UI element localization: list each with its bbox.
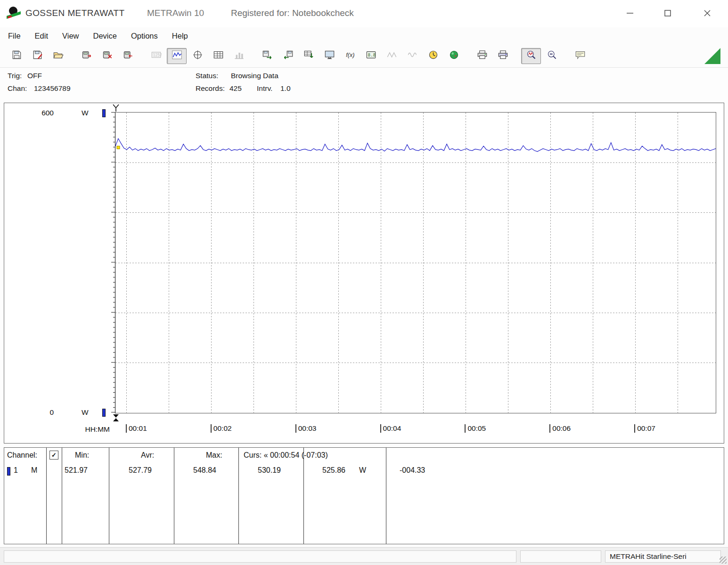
channel-min-value: 521.97 (65, 466, 88, 475)
cursor-handle-top-icon[interactable] (112, 104, 120, 112)
device-name: METRAHit Starline-Seri (605, 551, 720, 561)
menu-view[interactable]: View (55, 32, 86, 40)
view-trend-button[interactable] (167, 48, 187, 64)
status-bar: METRAHit Starline-Seri (0, 547, 728, 565)
cursor-handle-bottom-icon[interactable] (112, 414, 120, 422)
statusbar-extra-panel (520, 550, 601, 563)
save-config-button[interactable] (27, 48, 47, 64)
table-divider (109, 448, 109, 544)
menu-device[interactable]: Device (86, 32, 124, 40)
zoom-icon (547, 50, 557, 62)
y-axis-min-label: 0 (33, 408, 54, 417)
x-tick-label: 00:03 (295, 424, 317, 433)
table-divider (62, 448, 62, 544)
lcd2-icon: 8.8 (366, 50, 376, 62)
callout-button[interactable] (570, 48, 590, 64)
x-tick-label: 00:07 (634, 424, 655, 433)
note-icon (575, 50, 586, 62)
table-divider (386, 448, 386, 544)
registered-for-text: Registered for: Notebookcheck (231, 8, 354, 18)
channel-max-value: 548.84 (193, 466, 216, 475)
menu-file[interactable]: File (1, 32, 28, 40)
table-divider (46, 448, 47, 544)
open-file-button[interactable] (48, 48, 68, 64)
x-tick-label: 00:01 (126, 424, 147, 433)
zoom-out-button[interactable] (542, 48, 562, 64)
view-scope-button[interactable] (188, 48, 207, 64)
bars-icon (234, 50, 245, 62)
chart-panel: 600 W 0 W HH:MM 00:0100:0200:0300:0400:0… (4, 103, 724, 444)
import-data-button[interactable] (278, 48, 298, 64)
zoom-wave-icon (526, 50, 537, 62)
records-label: Records: (196, 84, 225, 93)
menu-edit[interactable]: Edit (28, 32, 55, 40)
header-avr: Avr: (141, 451, 154, 460)
resize-grip[interactable] (720, 557, 727, 564)
display-values-button[interactable]: 8.8 (361, 48, 381, 64)
menu-help[interactable]: Help (165, 32, 195, 40)
device-send-button[interactable] (118, 48, 138, 64)
channel-color-marker-top (102, 109, 106, 117)
y-axis-ticks (111, 112, 115, 412)
maximize-button[interactable] (657, 4, 679, 23)
fx-icon: f(x) (345, 50, 356, 62)
lcd-icon: 1257 (151, 50, 162, 62)
disk-pen-icon (32, 50, 43, 62)
printer2-icon (498, 50, 508, 62)
export-table-button[interactable] (299, 48, 319, 64)
channel-visible-checkbox[interactable]: ✓ (49, 451, 58, 460)
device-read-button[interactable] (76, 48, 96, 64)
trend-icon (172, 50, 182, 62)
gossen-metrawatt-logo-icon (7, 6, 21, 20)
resize-wedge-icon[interactable] (704, 48, 720, 64)
view-table-button[interactable] (208, 48, 228, 64)
close-button[interactable] (696, 4, 718, 23)
meter-x-icon (102, 50, 113, 62)
interval-label: Intrv. (257, 84, 272, 93)
menu-options[interactable]: Options (124, 32, 165, 40)
minimize-button[interactable] (619, 4, 641, 23)
export-data-button[interactable] (257, 48, 277, 64)
meter-out-icon (123, 50, 133, 62)
printer-icon (477, 50, 488, 62)
meter-clock-button[interactable] (423, 48, 443, 64)
channel-avr-value: 527.79 (129, 466, 152, 475)
plot-area[interactable] (115, 112, 716, 413)
app-window: GOSSEN METRAWATT METRAwin 10 Registered … (0, 0, 728, 565)
header-cursor: Curs: « 00:00:54 (-07:03) (244, 451, 328, 460)
header-channel: Channel: (7, 451, 37, 460)
svg-text:1257: 1257 (153, 53, 161, 57)
wave-lower-button[interactable] (402, 48, 422, 64)
disk-icon (11, 50, 22, 62)
table-arrow-icon (303, 50, 314, 62)
disk-arrow2-icon (283, 50, 294, 62)
title-bar: GOSSEN METRAWATT METRAwin 10 Registered … (0, 0, 728, 27)
channel-mode: M (31, 466, 37, 475)
wave-icon (386, 50, 397, 62)
alarm-monitor-button[interactable] (444, 48, 464, 64)
save-data-button[interactable] (7, 48, 26, 64)
trig-value: OFF (27, 72, 42, 80)
cursor-unit: W (359, 466, 366, 475)
wave-upper-button[interactable] (382, 48, 401, 64)
formula-button[interactable]: f(x) (340, 48, 360, 64)
display-multimeter-button[interactable]: 1257 (146, 48, 166, 64)
view-histogram-button[interactable] (229, 48, 249, 64)
checkmark-icon: ✓ (51, 452, 57, 459)
x-tick-label: 00:02 (211, 424, 232, 433)
zoom-x-button[interactable] (521, 48, 541, 64)
wave2-icon (407, 50, 418, 62)
device-disconnect-button[interactable] (97, 48, 117, 64)
menu-bar: File Edit View Device Options Help (0, 27, 728, 44)
interval-value: 1.0 (280, 84, 291, 93)
y-axis-unit-bottom: W (82, 408, 89, 417)
export-screen-button[interactable] (319, 48, 339, 64)
bug-icon (449, 50, 459, 62)
x-axis-label: HH:MM (74, 425, 110, 434)
channel-row-color-marker (7, 467, 10, 476)
print-preview-button[interactable] (472, 48, 492, 64)
statusbar-message-panel (4, 550, 516, 563)
print-button[interactable] (493, 48, 513, 64)
svg-text:8.8: 8.8 (368, 52, 376, 57)
y-axis-max-label: 600 (33, 109, 54, 117)
